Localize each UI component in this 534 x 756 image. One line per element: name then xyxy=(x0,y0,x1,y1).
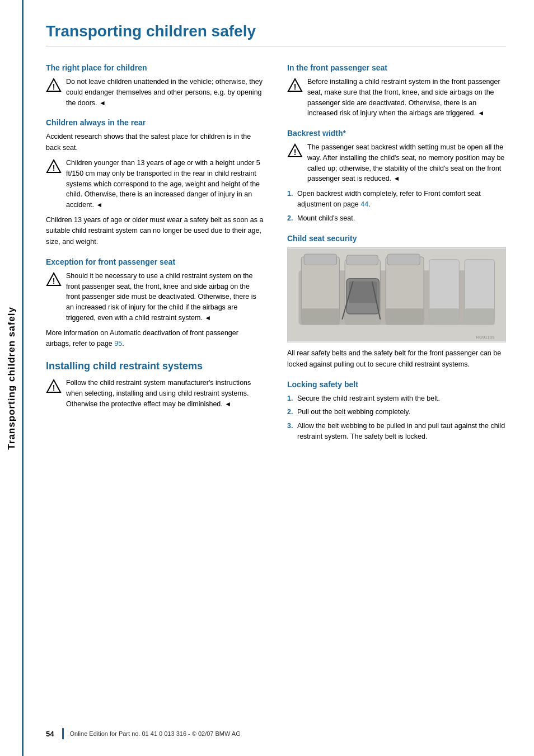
svg-text:!: ! xyxy=(53,163,55,172)
warning-icon-2: ! xyxy=(46,158,62,174)
warning-icon-3: ! xyxy=(46,271,62,287)
locking-item-text-1: Secure the child restraint system with t… xyxy=(297,393,440,404)
warning-text-2: Children younger than 13 years of age or… xyxy=(66,158,265,210)
child-seat-heading: Child seat security xyxy=(287,234,506,243)
svg-rect-24 xyxy=(304,254,336,265)
end-mark-3: ◄ xyxy=(204,314,211,322)
main-content: Transporting children safely The right p… xyxy=(24,0,534,756)
subsection-backrest-heading: Backrest width* xyxy=(287,129,506,138)
locking-heading: Locking safety belt xyxy=(287,380,506,389)
exception-para: More information on Automatic deactivati… xyxy=(46,328,265,350)
end-mark-2: ◄ xyxy=(96,201,103,209)
svg-rect-19 xyxy=(386,308,424,325)
locking-list-item-2: 2. Pull out the belt webbing completely. xyxy=(287,407,506,417)
end-mark-backrest: ◄ xyxy=(394,175,400,182)
subsection-rear-heading: Children always in the rear xyxy=(46,118,265,127)
warning-text-3: Should it be necessary to use a child re… xyxy=(66,271,265,323)
svg-text:RG91109: RG91109 xyxy=(476,335,494,340)
warning-text-backrest: The passenger seat backrest width settin… xyxy=(307,142,506,184)
svg-rect-15 xyxy=(301,308,339,325)
footer-text: Online Edition for Part no. 01 41 0 013 … xyxy=(69,730,240,737)
page-footer: 54 Online Edition for Part no. 01 41 0 0… xyxy=(24,728,534,739)
backrest-item-text-2: Mount child's seat. xyxy=(297,213,355,224)
end-mark-1: ◄ xyxy=(99,99,106,107)
svg-text:!: ! xyxy=(294,148,297,157)
warning-icon-backrest: ! xyxy=(287,143,303,158)
rear-para1: Accident research shows that the safest … xyxy=(46,132,265,153)
sidebar: Transporting children safely xyxy=(0,0,24,756)
child-seat-image: RG91109 xyxy=(287,247,506,342)
installing-heading: Installing child restraint systems xyxy=(46,360,265,372)
svg-text:!: ! xyxy=(53,276,55,285)
warning-block-front: ! Before installing a child restraint sy… xyxy=(287,77,506,119)
sidebar-label: Transporting children safely xyxy=(6,307,17,450)
footer-border xyxy=(62,728,64,739)
svg-rect-28 xyxy=(429,308,459,325)
backrest-num-1: 1. xyxy=(287,189,297,210)
sidebar-border xyxy=(22,0,24,756)
warning-block-3: ! Should it be necessary to use a child … xyxy=(46,271,265,323)
warning-text-4: Follow the child restraint system manufa… xyxy=(66,378,265,409)
warning-text-1: Do not leave children unattended in the … xyxy=(66,77,265,108)
backrest-list: 1. Open backrest width completely, refer… xyxy=(287,189,506,224)
installing-section: Installing child restraint systems ! Fol… xyxy=(46,360,265,409)
warning-block-backrest: ! The passenger seat backrest width sett… xyxy=(287,142,506,184)
locking-num-2: 2. xyxy=(287,407,297,417)
svg-rect-26 xyxy=(387,254,420,265)
subsection-front-seat-heading: In the front passenger seat xyxy=(287,63,506,72)
right-column: In the front passenger seat ! Before ins… xyxy=(287,63,506,445)
page-number: 54 xyxy=(46,730,54,738)
warning-block-2: ! Children younger than 13 years of age … xyxy=(46,158,265,210)
backrest-num-2: 2. xyxy=(287,213,297,224)
warning-text-front: Before installing a child restraint syst… xyxy=(307,77,506,119)
rear-para2: Children 13 years of age or older must w… xyxy=(46,215,265,247)
subsection-exception-heading: Exception for front passenger seat xyxy=(46,257,265,266)
svg-text:!: ! xyxy=(53,82,55,91)
warning-icon-1: ! xyxy=(46,77,62,93)
warning-block-1: ! Do not leave children unattended in th… xyxy=(46,77,265,108)
page-title: Transporting children safely xyxy=(46,22,506,46)
locking-list-item-1: 1. Secure the child restraint system wit… xyxy=(287,393,506,404)
page-wrapper: Transporting children safely Transportin… xyxy=(0,0,534,756)
backrest-item-text-1: Open backrest width completely, refer to… xyxy=(297,189,506,210)
two-col-layout: The right place for children ! Do not le… xyxy=(46,63,506,445)
svg-rect-25 xyxy=(346,255,378,265)
locking-item-text-3: Allow the belt webbing to be pulled in a… xyxy=(297,421,506,443)
warning-icon-4: ! xyxy=(46,378,62,394)
locking-list-item-3: 3. Allow the belt webbing to be pulled i… xyxy=(287,421,506,443)
backrest-list-item-1: 1. Open backrest width completely, refer… xyxy=(287,189,506,210)
end-mark-front: ◄ xyxy=(477,109,484,117)
warning-icon-front: ! xyxy=(287,77,303,93)
svg-rect-30 xyxy=(465,308,494,325)
warning-block-4: ! Follow the child restraint system manu… xyxy=(46,378,265,409)
section-right-place-heading: The right place for children xyxy=(46,63,265,72)
child-seat-para: All rear safety belts and the safety bel… xyxy=(287,348,506,370)
locking-item-text-2: Pull out the belt webbing completely. xyxy=(297,407,410,417)
locking-list: 1. Secure the child restraint system wit… xyxy=(287,393,506,443)
backrest-list-item-2: 2. Mount child's seat. xyxy=(287,213,506,224)
locking-num-1: 1. xyxy=(287,393,297,404)
svg-text:!: ! xyxy=(53,383,55,392)
page-link-95[interactable]: 95 xyxy=(114,340,122,348)
end-mark-4: ◄ xyxy=(224,400,231,408)
left-column: The right place for children ! Do not le… xyxy=(46,63,265,445)
svg-text:!: ! xyxy=(294,82,297,91)
locking-num-3: 3. xyxy=(287,421,297,443)
